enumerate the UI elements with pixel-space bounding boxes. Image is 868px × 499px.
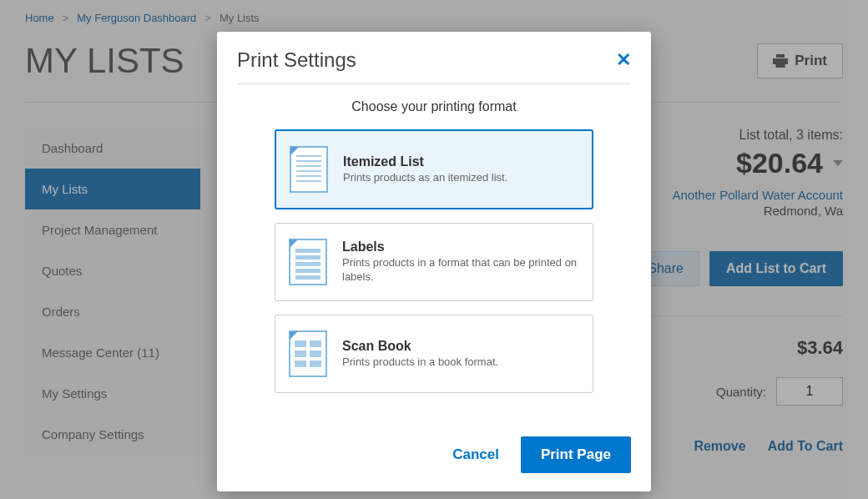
- svg-rect-13: [295, 249, 320, 253]
- svg-rect-16: [295, 269, 320, 273]
- format-desc: Prints products in a format that can be …: [342, 256, 579, 285]
- format-title: Labels: [342, 239, 579, 255]
- print-settings-modal: Print Settings ✕ Choose your printing fo…: [217, 32, 651, 491]
- close-icon[interactable]: ✕: [616, 49, 631, 71]
- svg-rect-25: [310, 360, 321, 367]
- format-title: Itemized List: [343, 154, 507, 169]
- svg-rect-17: [295, 275, 320, 280]
- svg-rect-3: [290, 147, 327, 192]
- svg-rect-22: [295, 350, 306, 357]
- format-labels[interactable]: Labels Prints products in a format that …: [275, 223, 593, 301]
- svg-rect-24: [295, 360, 306, 367]
- svg-rect-21: [310, 340, 321, 347]
- format-scan-book[interactable]: Scan Book Prints products in a book form…: [275, 315, 593, 393]
- modal-subtitle: Choose your printing format: [237, 99, 631, 114]
- print-page-button[interactable]: Print Page: [521, 436, 631, 473]
- document-table-icon: [289, 330, 327, 377]
- svg-rect-20: [295, 340, 306, 347]
- format-desc: Prints products in a book format.: [342, 355, 498, 370]
- cancel-button[interactable]: Cancel: [452, 446, 499, 463]
- format-title: Scan Book: [342, 339, 498, 354]
- format-desc: Prints products as an itemized list.: [343, 171, 507, 185]
- document-labels-icon: [289, 239, 327, 285]
- svg-rect-15: [295, 262, 320, 266]
- svg-rect-23: [310, 350, 321, 357]
- format-itemized-list[interactable]: Itemized List Prints products as an item…: [275, 129, 593, 209]
- svg-rect-14: [295, 255, 320, 260]
- document-lines-icon: [290, 146, 328, 193]
- modal-title: Print Settings: [237, 48, 356, 72]
